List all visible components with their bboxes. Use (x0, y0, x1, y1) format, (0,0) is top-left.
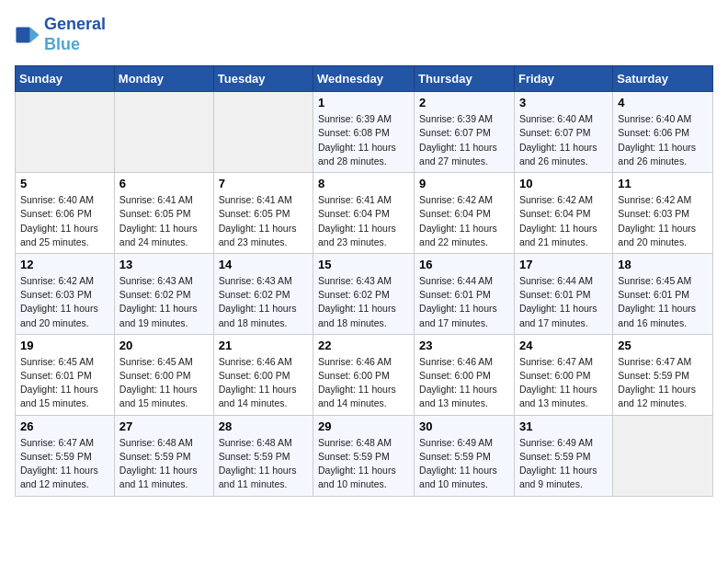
svg-marker-1 (30, 27, 40, 42)
calendar-cell: 24Sunrise: 6:47 AM Sunset: 6:00 PM Dayli… (514, 334, 612, 415)
calendar-cell: 3Sunrise: 6:40 AM Sunset: 6:07 PM Daylig… (514, 92, 612, 173)
calendar-cell: 29Sunrise: 6:48 AM Sunset: 5:59 PM Dayli… (313, 415, 415, 496)
week-row-4: 19Sunrise: 6:45 AM Sunset: 6:01 PM Dayli… (16, 334, 713, 415)
day-info: Sunrise: 6:42 AM Sunset: 6:04 PM Dayligh… (419, 193, 509, 249)
calendar-cell: 2Sunrise: 6:39 AM Sunset: 6:07 PM Daylig… (415, 92, 515, 173)
day-info: Sunrise: 6:41 AM Sunset: 6:05 PM Dayligh… (119, 193, 209, 249)
calendar-cell: 31Sunrise: 6:49 AM Sunset: 5:59 PM Dayli… (514, 415, 612, 496)
week-row-5: 26Sunrise: 6:47 AM Sunset: 5:59 PM Dayli… (16, 415, 713, 496)
calendar-cell: 26Sunrise: 6:47 AM Sunset: 5:59 PM Dayli… (16, 415, 115, 496)
calendar-header: SundayMondayTuesdayWednesdayThursdayFrid… (16, 66, 713, 92)
day-info: Sunrise: 6:45 AM Sunset: 6:00 PM Dayligh… (119, 355, 209, 411)
logo-icon (15, 22, 40, 48)
calendar-cell: 17Sunrise: 6:44 AM Sunset: 6:01 PM Dayli… (514, 253, 612, 334)
week-row-3: 12Sunrise: 6:42 AM Sunset: 6:03 PM Dayli… (16, 253, 713, 334)
day-info: Sunrise: 6:44 AM Sunset: 6:01 PM Dayligh… (519, 274, 608, 330)
day-info: Sunrise: 6:48 AM Sunset: 5:59 PM Dayligh… (219, 436, 308, 492)
day-info: Sunrise: 6:40 AM Sunset: 6:06 PM Dayligh… (618, 112, 708, 168)
day-number: 14 (219, 258, 308, 271)
day-number: 9 (419, 177, 509, 190)
day-number: 6 (119, 177, 209, 190)
day-number: 10 (519, 177, 608, 190)
svg-rect-0 (16, 27, 29, 42)
column-header-thursday: Thursday (415, 66, 515, 92)
day-info: Sunrise: 6:42 AM Sunset: 6:03 PM Dayligh… (20, 274, 109, 330)
calendar-cell: 11Sunrise: 6:42 AM Sunset: 6:03 PM Dayli… (613, 173, 713, 254)
day-number: 31 (519, 419, 608, 433)
day-info: Sunrise: 6:46 AM Sunset: 6:00 PM Dayligh… (318, 355, 409, 411)
calendar-cell: 18Sunrise: 6:45 AM Sunset: 6:01 PM Dayli… (613, 253, 713, 334)
day-number: 20 (119, 339, 209, 352)
day-number: 12 (20, 258, 109, 271)
day-number: 22 (318, 339, 409, 352)
day-number: 17 (519, 258, 608, 271)
calendar-cell: 27Sunrise: 6:48 AM Sunset: 5:59 PM Dayli… (114, 415, 213, 496)
calendar-cell (213, 92, 313, 173)
calendar-cell: 14Sunrise: 6:43 AM Sunset: 6:02 PM Dayli… (213, 253, 313, 334)
calendar-cell: 25Sunrise: 6:47 AM Sunset: 5:59 PM Dayli… (613, 334, 713, 415)
day-number: 29 (318, 419, 409, 433)
day-info: Sunrise: 6:40 AM Sunset: 6:07 PM Dayligh… (519, 112, 608, 168)
logo: General Blue (15, 15, 106, 54)
day-info: Sunrise: 6:39 AM Sunset: 6:07 PM Dayligh… (419, 112, 509, 168)
calendar-cell: 12Sunrise: 6:42 AM Sunset: 6:03 PM Dayli… (16, 253, 115, 334)
day-number: 27 (119, 419, 209, 433)
calendar-cell (16, 92, 115, 173)
day-info: Sunrise: 6:47 AM Sunset: 6:00 PM Dayligh… (519, 355, 608, 411)
calendar-cell: 15Sunrise: 6:43 AM Sunset: 6:02 PM Dayli… (313, 253, 415, 334)
column-header-saturday: Saturday (613, 66, 713, 92)
day-info: Sunrise: 6:44 AM Sunset: 6:01 PM Dayligh… (419, 274, 509, 330)
calendar-cell: 20Sunrise: 6:45 AM Sunset: 6:00 PM Dayli… (114, 334, 213, 415)
day-number: 24 (519, 339, 608, 352)
day-info: Sunrise: 6:45 AM Sunset: 6:01 PM Dayligh… (618, 274, 708, 330)
day-info: Sunrise: 6:49 AM Sunset: 5:59 PM Dayligh… (419, 436, 509, 492)
calendar-cell: 8Sunrise: 6:41 AM Sunset: 6:04 PM Daylig… (313, 173, 415, 254)
calendar-cell: 9Sunrise: 6:42 AM Sunset: 6:04 PM Daylig… (415, 173, 515, 254)
week-row-1: 1Sunrise: 6:39 AM Sunset: 6:08 PM Daylig… (16, 92, 713, 173)
calendar-cell: 6Sunrise: 6:41 AM Sunset: 6:05 PM Daylig… (114, 173, 213, 254)
day-number: 18 (618, 258, 708, 271)
column-header-tuesday: Tuesday (213, 66, 313, 92)
calendar-cell: 4Sunrise: 6:40 AM Sunset: 6:06 PM Daylig… (613, 92, 713, 173)
day-info: Sunrise: 6:43 AM Sunset: 6:02 PM Dayligh… (119, 274, 209, 330)
day-number: 7 (219, 177, 308, 190)
calendar-cell: 21Sunrise: 6:46 AM Sunset: 6:00 PM Dayli… (213, 334, 313, 415)
calendar-body: 1Sunrise: 6:39 AM Sunset: 6:08 PM Daylig… (16, 92, 713, 496)
calendar-cell (114, 92, 213, 173)
day-info: Sunrise: 6:43 AM Sunset: 6:02 PM Dayligh… (219, 274, 308, 330)
day-number: 19 (20, 339, 109, 352)
day-number: 1 (318, 96, 409, 109)
day-number: 4 (618, 96, 708, 109)
calendar-table: SundayMondayTuesdayWednesdayThursdayFrid… (15, 65, 713, 496)
calendar-cell: 16Sunrise: 6:44 AM Sunset: 6:01 PM Dayli… (415, 253, 515, 334)
day-number: 16 (419, 258, 509, 271)
day-info: Sunrise: 6:47 AM Sunset: 5:59 PM Dayligh… (20, 436, 109, 492)
day-info: Sunrise: 6:41 AM Sunset: 6:05 PM Dayligh… (219, 193, 308, 249)
calendar-cell: 7Sunrise: 6:41 AM Sunset: 6:05 PM Daylig… (213, 173, 313, 254)
calendar-cell: 23Sunrise: 6:46 AM Sunset: 6:00 PM Dayli… (415, 334, 515, 415)
calendar-cell: 22Sunrise: 6:46 AM Sunset: 6:00 PM Dayli… (313, 334, 415, 415)
column-header-wednesday: Wednesday (313, 66, 415, 92)
calendar-cell: 1Sunrise: 6:39 AM Sunset: 6:08 PM Daylig… (313, 92, 415, 173)
day-number: 30 (419, 419, 509, 433)
day-info: Sunrise: 6:40 AM Sunset: 6:06 PM Dayligh… (20, 193, 109, 249)
column-header-friday: Friday (514, 66, 612, 92)
calendar-cell: 28Sunrise: 6:48 AM Sunset: 5:59 PM Dayli… (213, 415, 313, 496)
day-number: 2 (419, 96, 509, 109)
calendar-cell (613, 415, 713, 496)
day-info: Sunrise: 6:47 AM Sunset: 5:59 PM Dayligh… (618, 355, 708, 411)
day-info: Sunrise: 6:46 AM Sunset: 6:00 PM Dayligh… (419, 355, 509, 411)
day-info: Sunrise: 6:42 AM Sunset: 6:04 PM Dayligh… (519, 193, 608, 249)
day-number: 15 (318, 258, 409, 271)
day-info: Sunrise: 6:48 AM Sunset: 5:59 PM Dayligh… (318, 436, 409, 492)
calendar-cell: 19Sunrise: 6:45 AM Sunset: 6:01 PM Dayli… (16, 334, 115, 415)
calendar-cell: 10Sunrise: 6:42 AM Sunset: 6:04 PM Dayli… (514, 173, 612, 254)
day-number: 13 (119, 258, 209, 271)
day-number: 3 (519, 96, 608, 109)
calendar-cell: 5Sunrise: 6:40 AM Sunset: 6:06 PM Daylig… (16, 173, 115, 254)
day-number: 21 (219, 339, 308, 352)
day-number: 28 (219, 419, 308, 433)
calendar-cell: 30Sunrise: 6:49 AM Sunset: 5:59 PM Dayli… (415, 415, 515, 496)
calendar-cell: 13Sunrise: 6:43 AM Sunset: 6:02 PM Dayli… (114, 253, 213, 334)
day-info: Sunrise: 6:41 AM Sunset: 6:04 PM Dayligh… (318, 193, 409, 249)
